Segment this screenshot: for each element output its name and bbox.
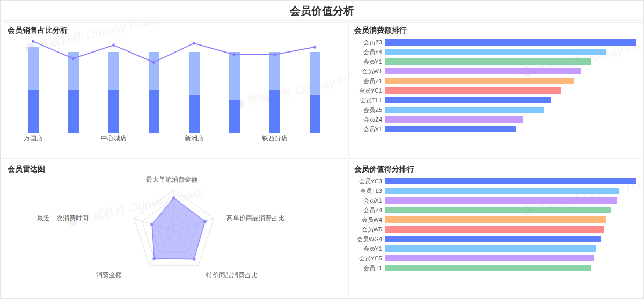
rank-label: 会员W4 <box>354 216 385 224</box>
rank-bar <box>385 126 516 132</box>
rank-row: 会员YC1 <box>354 86 636 95</box>
svg-point-5 <box>233 53 236 56</box>
rank-label: 会员T1 <box>354 264 385 272</box>
svg-point-16 <box>152 257 156 260</box>
svg-point-15 <box>193 258 196 261</box>
rank-bar <box>385 87 561 94</box>
svg-point-14 <box>203 220 207 223</box>
rank-label: 会员YC5 <box>354 255 385 263</box>
rank-label: 会员Y1 <box>354 58 385 66</box>
svg-point-3 <box>152 61 155 64</box>
rank-row: 会员YC5 <box>354 253 636 263</box>
rank-bar <box>385 245 596 252</box>
rank-label: 会员Z3 <box>354 39 385 47</box>
svg-point-2 <box>112 43 115 47</box>
chart-sales-ratio[interactable]: 万国店中心城店新洲店铁西分店 <box>13 38 335 145</box>
rank-row: 会员X1 <box>354 124 636 134</box>
x-axis-label: 新洲店 <box>174 134 214 145</box>
svg-point-4 <box>193 42 195 45</box>
rank-bar <box>385 226 604 233</box>
panel-title-sales-ratio: 会员销售占比分析 <box>8 26 340 35</box>
rank-label: 会员WG4 <box>354 235 385 243</box>
svg-point-1 <box>72 57 75 60</box>
rank-row: 会员Z1 <box>354 76 636 86</box>
rank-bar <box>385 178 636 184</box>
rank-row: 会员YC3 <box>354 176 636 186</box>
panel-sales-ratio: 奥威软件 Ourway Power 奥威软件 Ourway Power 会员销售… <box>2 22 346 159</box>
x-axis-label: 中心城店 <box>93 134 134 145</box>
rank-row: 会员W1 <box>354 66 636 76</box>
rank-bar <box>385 197 617 204</box>
radar-axis-label: 最近一次消费时间 <box>37 214 89 223</box>
rank-bar <box>385 39 636 46</box>
rank-row: 会员W5 <box>354 225 636 234</box>
rank-label: 会员Z4 <box>354 206 385 214</box>
rank-label: 会员Z5 <box>354 106 385 114</box>
svg-point-13 <box>172 197 175 200</box>
rank-label: 会员W5 <box>354 226 385 234</box>
rank-label: 会员Y1 <box>354 245 385 253</box>
rank-label: 会员Z4 <box>354 116 385 124</box>
row-top: 奥威软件 Ourway Power 奥威软件 Ourway Power 会员销售… <box>1 21 643 160</box>
rank-row: 会员Z4 <box>354 115 636 124</box>
dashboard-page: ↖ 会员价值分析 奥威软件 Ourway Power 奥威软件 Ourway P… <box>0 0 644 299</box>
rank-bar <box>385 68 581 74</box>
radar-axis-label: 高单价商品消费占比 <box>226 214 284 223</box>
rank-row: 会员T1 <box>354 263 636 273</box>
rank-bar <box>385 265 591 271</box>
rank-label: 会员TL1 <box>354 96 385 104</box>
radar-axis-label: 消费金额 <box>96 271 122 280</box>
svg-point-17 <box>150 223 153 226</box>
rank-label: 会员Z1 <box>354 77 385 85</box>
radar-axis-label: 最大单笔消费金额 <box>146 175 197 184</box>
svg-point-7 <box>313 46 316 49</box>
x-axis-label <box>134 134 174 145</box>
rank-row: 会员Y1 <box>354 244 636 253</box>
rank-bar <box>385 116 523 123</box>
rank-bar <box>385 97 551 103</box>
rank-row: 会员WG4 <box>354 234 636 244</box>
rank-row: 会员Z5 <box>354 105 636 115</box>
rank-bar <box>385 49 606 55</box>
radar-axis-label: 特价商品消费占比 <box>206 271 258 280</box>
rank-bar <box>385 236 601 242</box>
rank-label: 会员W1 <box>354 68 385 76</box>
panel-radar: 奥威软件 Ourway Power 会员雷达图 最大单笔消费金额高单价商品消费占… <box>2 161 346 297</box>
rank-row: 会员Y1 <box>354 57 636 66</box>
rank-bar <box>385 58 591 65</box>
x-axis-label <box>295 134 335 145</box>
rank-row: 会员Y4 <box>354 47 636 57</box>
rank-row: 会员TL1 <box>354 95 636 105</box>
page-title: 会员价值分析 <box>1 1 643 21</box>
rank-label: 会员YC3 <box>354 177 385 185</box>
rank-label: 会员YC1 <box>354 87 385 95</box>
x-axis-label: 铁西分店 <box>254 134 295 145</box>
panel-title-score-rank: 会员价值得分排行 <box>354 165 636 174</box>
chart-spend-rank[interactable]: 会员Z3会员Y4会员Y1会员W1会员Z1会员YC1会员TL1会员Z5会员Z4会员… <box>354 38 636 134</box>
x-axis-label: 万国店 <box>13 134 53 145</box>
rank-label: 会员Y4 <box>354 48 385 56</box>
rank-row: 会员TL3 <box>354 186 636 196</box>
panel-title-radar: 会员雷达图 <box>8 165 340 174</box>
rank-row: 会员W4 <box>354 215 636 225</box>
svg-point-6 <box>273 53 276 56</box>
x-axis-label <box>214 134 254 145</box>
chart-radar[interactable]: 最大单笔消费金额高单价商品消费占比特价商品消费占比消费金额最近一次消费时间 <box>8 175 340 282</box>
panel-title-spend-rank: 会员消费额排行 <box>354 26 636 35</box>
rank-label: 会员X1 <box>354 125 385 133</box>
rank-row: 会员Z3 <box>354 38 636 47</box>
row-bottom: 奥威软件 Ourway Power 会员雷达图 最大单笔消费金额高单价商品消费占… <box>1 160 643 298</box>
rank-bar <box>385 78 574 84</box>
rank-bar <box>385 188 619 194</box>
dashboard-grid: 奥威软件 Ourway Power 奥威软件 Ourway Power 会员销售… <box>1 21 643 298</box>
chart-score-rank[interactable]: 会员YC3会员TL3会员X1会员Z4会员W4会员W5会员WG4会员Y1会员YC5… <box>354 176 636 273</box>
rank-row: 会员Z4 <box>354 205 636 215</box>
rank-label: 会员TL3 <box>354 187 385 195</box>
rank-bar <box>385 216 606 223</box>
x-axis-label <box>53 134 93 145</box>
rank-bar <box>385 107 544 113</box>
rank-bar <box>385 255 594 261</box>
panel-score-rank: 奥威软件 Ourway Power 会员价值得分排行 会员YC3会员TL3会员X… <box>348 161 642 297</box>
rank-bar <box>385 207 611 213</box>
svg-point-0 <box>32 40 34 43</box>
